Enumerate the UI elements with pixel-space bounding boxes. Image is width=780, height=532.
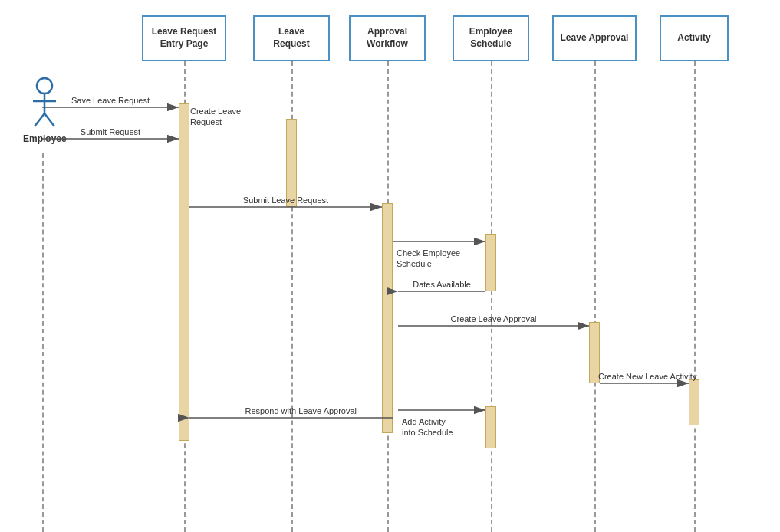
lifeline-line-leave-approval <box>594 61 596 532</box>
arrow-label-4: Dates Available <box>396 279 488 290</box>
actor-label: Employee <box>23 133 67 144</box>
arrow-label-1: Submit Request <box>64 126 156 137</box>
svg-line-3 <box>35 113 44 126</box>
activation-bar-ab7 <box>485 406 496 448</box>
arrow-label-6: Create New Leave Activity <box>598 371 690 382</box>
arrow-label-8: Respond with Leave Approval <box>245 406 337 416</box>
lifeline-box-employee-schedule: EmployeeSchedule <box>453 15 529 61</box>
arrow-label-5: Create Leave Approval <box>448 314 540 324</box>
lifeline-box-activity: Activity <box>660 15 729 61</box>
arrow-label-3: Check EmployeeSchedule <box>397 248 460 270</box>
activation-bar-ab2 <box>286 119 297 207</box>
stick-figure-icon <box>25 77 64 130</box>
arrow-label-2: Submit Leave Request <box>240 195 332 205</box>
activation-bar-ab3 <box>382 203 393 433</box>
sequence-diagram: Leave RequestEntry PageLeave RequestAppr… <box>0 0 780 532</box>
create-leave-request-label: Create LeaveRequest <box>190 106 241 128</box>
arrow-label-0: Save Leave Request <box>64 95 156 106</box>
actor-lifeline <box>42 153 44 532</box>
actor-employee: Employee <box>23 77 67 144</box>
arrow-label-7: Add Activityinto Schedule <box>402 416 453 438</box>
lifeline-line-employee-schedule <box>491 61 492 532</box>
activation-bar-ab6 <box>689 379 699 425</box>
lifeline-box-approval-workflow: ApprovalWorkflow <box>349 15 426 61</box>
svg-line-4 <box>44 113 54 126</box>
lifeline-box-leave-request-entry: Leave RequestEntry Page <box>142 15 226 61</box>
lifeline-box-leave-request: Leave Request <box>253 15 330 61</box>
activation-bar-ab1 <box>179 103 189 441</box>
svg-point-0 <box>37 78 52 94</box>
lifeline-box-leave-approval: Leave Approval <box>552 15 637 61</box>
lifeline-line-activity <box>694 61 696 532</box>
